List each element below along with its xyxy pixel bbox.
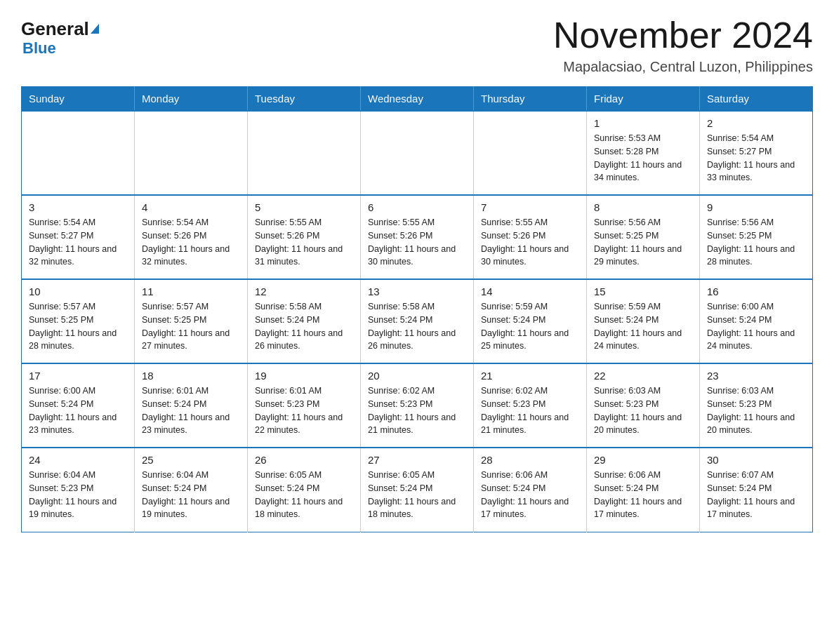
calendar-cell [361,111,474,195]
calendar-cell: 3Sunrise: 5:54 AM Sunset: 5:27 PM Daylig… [22,195,135,279]
logo-triangle-icon [91,24,99,34]
day-number: 16 [707,286,805,297]
day-info: Sunrise: 5:57 AM Sunset: 5:25 PM Dayligh… [29,300,127,353]
day-info: Sunrise: 6:00 AM Sunset: 5:24 PM Dayligh… [29,384,127,437]
day-info: Sunrise: 5:56 AM Sunset: 5:25 PM Dayligh… [594,216,692,269]
day-number: 21 [481,370,579,382]
calendar-body: 1Sunrise: 5:53 AM Sunset: 5:28 PM Daylig… [22,111,813,532]
calendar-cell: 19Sunrise: 6:01 AM Sunset: 5:23 PM Dayli… [248,363,361,448]
calendar-cell: 11Sunrise: 5:57 AM Sunset: 5:25 PM Dayli… [135,279,248,363]
day-info: Sunrise: 6:07 AM Sunset: 5:24 PM Dayligh… [707,469,805,521]
day-number: 2 [707,117,805,129]
calendar-cell: 1Sunrise: 5:53 AM Sunset: 5:28 PM Daylig… [587,111,700,195]
days-of-week-row: SundayMondayTuesdayWednesdayThursdayFrid… [22,87,813,112]
day-number: 19 [255,370,353,382]
calendar-cell: 13Sunrise: 5:58 AM Sunset: 5:24 PM Dayli… [361,279,474,363]
day-info: Sunrise: 6:01 AM Sunset: 5:23 PM Dayligh… [255,384,353,437]
day-header-thursday: Thursday [474,87,587,112]
calendar-cell: 29Sunrise: 6:06 AM Sunset: 5:24 PM Dayli… [587,448,700,532]
calendar-cell: 14Sunrise: 5:59 AM Sunset: 5:24 PM Dayli… [474,279,587,363]
day-number: 15 [594,286,692,297]
subtitle: Mapalacsiao, Central Luzon, Philippines [553,59,813,75]
day-info: Sunrise: 6:05 AM Sunset: 5:24 PM Dayligh… [368,469,466,521]
day-info: Sunrise: 5:59 AM Sunset: 5:24 PM Dayligh… [594,300,692,353]
day-header-saturday: Saturday [700,87,813,112]
day-number: 1 [594,117,692,129]
calendar-cell [22,111,135,195]
calendar-cell: 18Sunrise: 6:01 AM Sunset: 5:24 PM Dayli… [135,363,248,448]
logo: General Blue [21,14,99,58]
day-number: 25 [142,454,240,466]
day-info: Sunrise: 6:00 AM Sunset: 5:24 PM Dayligh… [707,300,805,353]
calendar-cell: 15Sunrise: 5:59 AM Sunset: 5:24 PM Dayli… [587,279,700,363]
week-row-3: 10Sunrise: 5:57 AM Sunset: 5:25 PM Dayli… [22,279,813,363]
calendar-cell: 22Sunrise: 6:03 AM Sunset: 5:23 PM Dayli… [587,363,700,448]
day-number: 6 [368,201,466,213]
day-info: Sunrise: 5:55 AM Sunset: 5:26 PM Dayligh… [255,216,353,269]
week-row-2: 3Sunrise: 5:54 AM Sunset: 5:27 PM Daylig… [22,195,813,279]
day-header-sunday: Sunday [22,87,135,112]
calendar-cell [135,111,248,195]
logo-blue-text: Blue [22,39,56,58]
day-info: Sunrise: 5:59 AM Sunset: 5:24 PM Dayligh… [481,300,579,353]
day-info: Sunrise: 5:55 AM Sunset: 5:26 PM Dayligh… [368,216,466,269]
calendar-cell: 17Sunrise: 6:00 AM Sunset: 5:24 PM Dayli… [22,363,135,448]
calendar-cell [474,111,587,195]
day-header-wednesday: Wednesday [361,87,474,112]
day-number: 22 [594,370,692,382]
calendar-header: SundayMondayTuesdayWednesdayThursdayFrid… [22,87,813,112]
day-info: Sunrise: 5:55 AM Sunset: 5:26 PM Dayligh… [481,216,579,269]
day-info: Sunrise: 6:03 AM Sunset: 5:23 PM Dayligh… [707,384,805,437]
calendar-cell: 4Sunrise: 5:54 AM Sunset: 5:26 PM Daylig… [135,195,248,279]
day-number: 27 [368,454,466,466]
day-number: 28 [481,454,579,466]
day-info: Sunrise: 5:57 AM Sunset: 5:25 PM Dayligh… [142,300,240,353]
calendar-cell: 21Sunrise: 6:02 AM Sunset: 5:23 PM Dayli… [474,363,587,448]
calendar-cell: 7Sunrise: 5:55 AM Sunset: 5:26 PM Daylig… [474,195,587,279]
day-number: 30 [707,454,805,466]
day-info: Sunrise: 6:03 AM Sunset: 5:23 PM Dayligh… [594,384,692,437]
calendar-cell: 28Sunrise: 6:06 AM Sunset: 5:24 PM Dayli… [474,448,587,532]
week-row-5: 24Sunrise: 6:04 AM Sunset: 5:23 PM Dayli… [22,448,813,532]
calendar-cell: 20Sunrise: 6:02 AM Sunset: 5:23 PM Dayli… [361,363,474,448]
day-number: 11 [142,286,240,297]
day-info: Sunrise: 5:54 AM Sunset: 5:27 PM Dayligh… [707,132,805,185]
calendar: SundayMondayTuesdayWednesdayThursdayFrid… [21,86,813,532]
day-info: Sunrise: 6:04 AM Sunset: 5:23 PM Dayligh… [29,469,127,521]
day-number: 18 [142,370,240,382]
day-number: 3 [29,201,127,213]
week-row-4: 17Sunrise: 6:00 AM Sunset: 5:24 PM Dayli… [22,363,813,448]
day-info: Sunrise: 6:02 AM Sunset: 5:23 PM Dayligh… [481,384,579,437]
day-number: 17 [29,370,127,382]
header: General Blue November 2024 Mapalacsiao, … [21,14,813,75]
day-header-tuesday: Tuesday [248,87,361,112]
calendar-cell: 26Sunrise: 6:05 AM Sunset: 5:24 PM Dayli… [248,448,361,532]
day-header-monday: Monday [135,87,248,112]
day-header-friday: Friday [587,87,700,112]
title-area: November 2024 Mapalacsiao, Central Luzon… [553,14,813,75]
day-number: 5 [255,201,353,213]
day-number: 29 [594,454,692,466]
day-number: 10 [29,286,127,297]
day-number: 13 [368,286,466,297]
day-info: Sunrise: 6:01 AM Sunset: 5:24 PM Dayligh… [142,384,240,437]
calendar-cell: 24Sunrise: 6:04 AM Sunset: 5:23 PM Dayli… [22,448,135,532]
day-info: Sunrise: 5:58 AM Sunset: 5:24 PM Dayligh… [255,300,353,353]
day-info: Sunrise: 6:02 AM Sunset: 5:23 PM Dayligh… [368,384,466,437]
calendar-cell: 16Sunrise: 6:00 AM Sunset: 5:24 PM Dayli… [700,279,813,363]
calendar-cell: 2Sunrise: 5:54 AM Sunset: 5:27 PM Daylig… [700,111,813,195]
calendar-cell: 5Sunrise: 5:55 AM Sunset: 5:26 PM Daylig… [248,195,361,279]
calendar-cell: 30Sunrise: 6:07 AM Sunset: 5:24 PM Dayli… [700,448,813,532]
day-number: 20 [368,370,466,382]
calendar-cell: 10Sunrise: 5:57 AM Sunset: 5:25 PM Dayli… [22,279,135,363]
day-number: 7 [481,201,579,213]
week-row-1: 1Sunrise: 5:53 AM Sunset: 5:28 PM Daylig… [22,111,813,195]
day-info: Sunrise: 5:58 AM Sunset: 5:24 PM Dayligh… [368,300,466,353]
day-info: Sunrise: 6:05 AM Sunset: 5:24 PM Dayligh… [255,469,353,521]
day-info: Sunrise: 6:06 AM Sunset: 5:24 PM Dayligh… [594,469,692,521]
day-info: Sunrise: 5:56 AM Sunset: 5:25 PM Dayligh… [707,216,805,269]
day-number: 14 [481,286,579,297]
calendar-cell: 25Sunrise: 6:04 AM Sunset: 5:24 PM Dayli… [135,448,248,532]
calendar-cell: 23Sunrise: 6:03 AM Sunset: 5:23 PM Dayli… [700,363,813,448]
day-number: 26 [255,454,353,466]
